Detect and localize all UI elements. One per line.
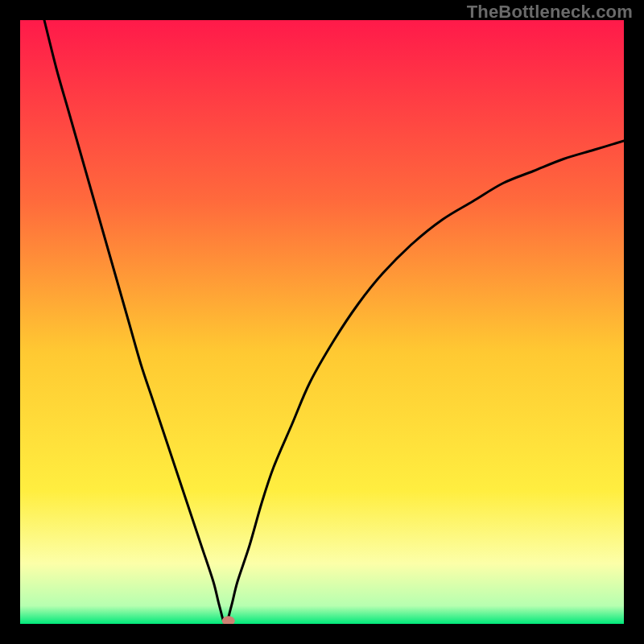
bottleneck-chart (20, 20, 624, 624)
chart-frame: TheBottleneck.com (0, 0, 644, 644)
watermark-text: TheBottleneck.com (467, 2, 633, 23)
gradient-background (20, 20, 624, 624)
